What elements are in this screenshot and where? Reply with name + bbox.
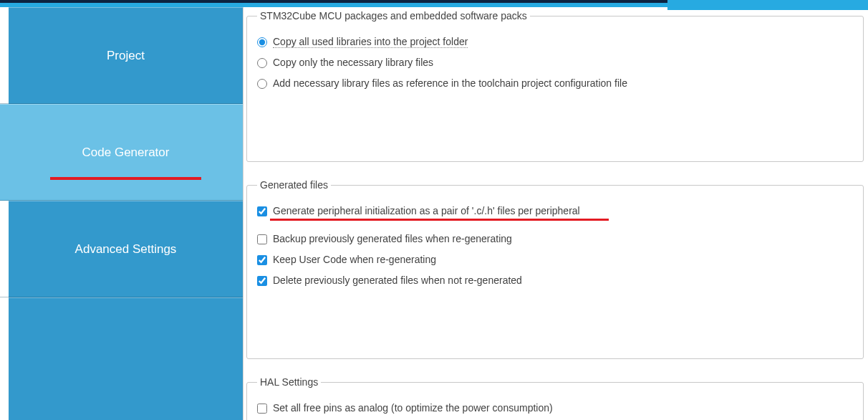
checkbox-row-backup: Backup previously generated files when r… [257,232,853,247]
radio-copy-all[interactable] [257,37,267,47]
checkbox-row-keep-user: Keep User Code when re-generating [257,252,853,267]
radio-label[interactable]: Add necessary library files as reference… [273,76,627,91]
checkbox-label[interactable]: Delete previously generated files when n… [273,273,522,288]
checkbox-row-delete-prev: Delete previously generated files when n… [257,273,853,288]
radio-row-copy-necessary: Copy only the necessary library files [257,55,853,70]
group-legend: STM32Cube MCU packages and embedded soft… [257,10,530,22]
checkbox-delete-prev[interactable] [257,276,267,286]
checkbox-label[interactable]: Set all free pins as analog (to optimize… [273,401,553,416]
group-hal-settings: HAL Settings Set all free pins as analog… [246,376,864,420]
checkbox-pair-files[interactable] [257,206,267,216]
sidebar-filler [0,297,243,298]
annotation-underline [50,177,201,180]
group-legend: Generated files [257,179,331,191]
checkbox-label[interactable]: Keep User Code when re-generating [273,252,436,267]
sidebar-item-label: Project [107,49,145,63]
sidebar-item-project[interactable]: Project [0,7,243,104]
top-bar [0,0,868,7]
group-mcu-packages: STM32Cube MCU packages and embedded soft… [246,10,864,162]
checkbox-label[interactable]: Backup previously generated files when r… [273,232,512,247]
checkbox-keep-user[interactable] [257,255,267,265]
checkbox-row-free-pins: Set all free pins as analog (to optimize… [257,401,853,416]
sidebar-item-advanced-settings[interactable]: Advanced Settings [0,201,243,297]
radio-row-add-reference: Add necessary library files as reference… [257,76,853,91]
radio-add-reference[interactable] [257,79,267,89]
sidebar-item-code-generator[interactable]: Code Generator [0,104,243,201]
sidebar-item-label: Code Generator [82,145,170,160]
content-area: STM32Cube MCU packages and embedded soft… [243,7,868,420]
checkbox-row-pair-files: Generate peripheral initialization as a … [257,204,853,219]
radio-row-copy-all: Copy all used libraries into the project… [257,34,853,49]
radio-label[interactable]: Copy all used libraries into the project… [273,34,468,49]
sidebar: Project Code Generator Advanced Settings [0,7,243,420]
group-legend: HAL Settings [257,376,321,388]
radio-copy-necessary[interactable] [257,58,267,68]
sidebar-item-label: Advanced Settings [75,242,177,257]
checkbox-label[interactable]: Generate peripheral initialization as a … [273,205,580,216]
checkbox-backup[interactable] [257,234,267,244]
radio-label[interactable]: Copy only the necessary library files [273,55,433,70]
checkbox-free-pins[interactable] [257,404,267,414]
group-generated-files: Generated files Generate peripheral init… [246,179,864,359]
app-root: Project Code Generator Advanced Settings… [0,0,868,420]
